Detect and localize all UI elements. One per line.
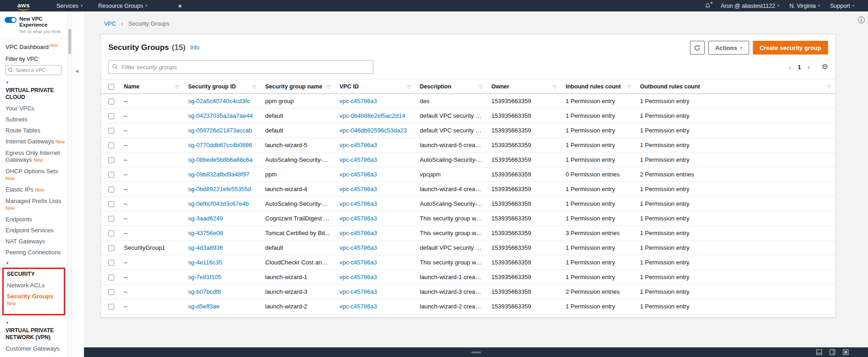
next-page-icon[interactable]: › bbox=[807, 63, 810, 71]
table-row[interactable]: – sg-b07bcdf8 launch-wizard-3 vpc-c45786… bbox=[101, 285, 835, 299]
sidebar-collapse-icon[interactable]: ◀ bbox=[75, 69, 78, 73]
filter-icon[interactable]: ▽ bbox=[827, 84, 831, 89]
sidebar-item[interactable]: Endpoint Services bbox=[6, 227, 66, 234]
row-checkbox[interactable] bbox=[108, 113, 114, 119]
security-group-id-link[interactable]: sg-09b832afbd9a48f97 bbox=[188, 171, 250, 178]
vpc-id-link[interactable]: vpc-c45786a3 bbox=[339, 156, 377, 163]
filter-icon[interactable]: ▽ bbox=[627, 84, 631, 89]
settings-gear-icon[interactable]: ⚙ bbox=[822, 63, 828, 71]
panel-settings-icon[interactable] bbox=[843, 349, 849, 355]
row-checkbox[interactable] bbox=[108, 128, 114, 134]
sidebar-item[interactable]: NAT Gateways bbox=[6, 238, 66, 245]
sidebar-item[interactable]: Peering Connections bbox=[6, 249, 66, 256]
services-menu[interactable]: Services ▾ bbox=[56, 3, 83, 9]
filter-icon[interactable]: ▽ bbox=[479, 84, 482, 89]
row-checkbox[interactable] bbox=[108, 187, 114, 192]
experience-toggle[interactable] bbox=[5, 17, 17, 23]
column-header[interactable]: VPC ID ▽ bbox=[335, 80, 415, 94]
vpc-id-link[interactable]: vpc-c45786a3 bbox=[339, 288, 377, 295]
account-menu[interactable]: Arun @ aliastest1122 ▾ bbox=[721, 3, 779, 9]
security-group-id-link[interactable]: sg-4d3a8936 bbox=[188, 244, 223, 251]
security-group-id-link[interactable]: sg-0770ddb67cc4b0886 bbox=[188, 142, 252, 148]
region-menu[interactable]: N. Virginia ▾ bbox=[790, 3, 820, 9]
table-row[interactable]: – sg-02a5c40740c4cd3fc ppm group vpc-c45… bbox=[101, 94, 835, 109]
security-group-id-link[interactable]: sg-04237035a2aa7ae44 bbox=[188, 112, 253, 119]
security-group-id-link[interactable]: sg-08bede5b8b6a88c6a bbox=[188, 156, 252, 163]
previous-page-icon[interactable]: ‹ bbox=[789, 63, 791, 71]
pin-icon[interactable]: ★ bbox=[178, 3, 183, 9]
section-collapse-icon[interactable]: ▼ bbox=[6, 321, 66, 325]
table-row[interactable]: – sg-0efbcf043d3c67e4b AutoScaling-Secur… bbox=[101, 197, 835, 211]
row-checkbox[interactable] bbox=[108, 143, 114, 148]
vpc-id-link[interactable]: vpc-c45786a3 bbox=[339, 142, 377, 148]
column-header[interactable]: Security group ID ▽ bbox=[184, 80, 261, 94]
column-header[interactable]: Name ▽ bbox=[119, 80, 184, 94]
page-number[interactable]: 1 bbox=[797, 64, 802, 71]
vpc-id-link[interactable]: vpc-c45786a3 bbox=[339, 259, 377, 266]
table-row[interactable]: – sg-4e116c35 CloudCheckr Cost and ... v… bbox=[101, 255, 835, 270]
sidebar-item[interactable]: Security Groups New bbox=[7, 293, 63, 307]
support-menu[interactable]: Support ▾ bbox=[830, 3, 854, 9]
vpc-id-link[interactable]: vpc-0b4b88e2ef5ac2d14 bbox=[339, 112, 405, 119]
column-header[interactable]: Security group name ▽ bbox=[261, 80, 335, 94]
security-group-id-link[interactable]: sg-43756e08 bbox=[188, 230, 223, 236]
table-row[interactable]: – sg-43756e08 Tomcat Certified by Bit...… bbox=[101, 226, 835, 241]
row-checkbox[interactable] bbox=[108, 304, 114, 310]
vpc-id-link[interactable]: vpc-c45786a3 bbox=[339, 230, 377, 236]
security-group-id-link[interactable]: sg-059726d21873accab bbox=[188, 127, 252, 134]
sidebar-item[interactable]: DHCP Options Sets New bbox=[6, 168, 66, 182]
column-header[interactable]: Description ▽ bbox=[415, 80, 487, 94]
info-panel-icon[interactable]: i bbox=[858, 16, 865, 23]
security-group-id-link[interactable]: sg-3aad6249 bbox=[188, 215, 223, 222]
table-row[interactable]: – sg-0770ddb67cc4b0886 launch-wizard-5 v… bbox=[101, 138, 835, 153]
sidebar-item[interactable]: Egress Only Internet Gateways New bbox=[6, 149, 66, 164]
breadcrumb-vpc-link[interactable]: VPC bbox=[104, 21, 116, 27]
table-row[interactable]: – sg-d5eff3ae launch-wizard-2 vpc-c45786… bbox=[101, 299, 835, 314]
column-header[interactable]: Outbound rules count ▽ bbox=[635, 80, 835, 94]
actions-button[interactable]: Actions ▾ bbox=[708, 41, 749, 55]
table-row[interactable]: SecurityGroup1 sg-4d3a8936 default vpc-c… bbox=[101, 241, 835, 255]
row-checkbox[interactable] bbox=[108, 289, 114, 295]
sidebar-item[interactable]: Endpoints bbox=[6, 216, 66, 223]
sidebar-item[interactable]: Internet Gateways New bbox=[6, 138, 66, 145]
column-header[interactable]: Inbound rules count ▽ bbox=[561, 80, 635, 94]
refresh-button[interactable] bbox=[690, 41, 705, 55]
row-checkbox[interactable] bbox=[108, 245, 114, 251]
security-group-id-link[interactable]: sg-b07bcdf8 bbox=[188, 288, 221, 295]
table-row[interactable]: – sg-09b832afbd9a48f97 ppm vpc-c45786a3 … bbox=[101, 167, 835, 182]
filter-icon[interactable]: ▽ bbox=[553, 84, 556, 89]
security-group-id-link[interactable]: sg-0efbcf043d3c67e4b bbox=[188, 200, 249, 207]
vpc-id-link[interactable]: vpc-c45786a3 bbox=[339, 200, 377, 207]
vpc-id-link[interactable]: vpc-c45786a3 bbox=[339, 274, 377, 280]
section-collapse-icon[interactable]: ▼ bbox=[6, 261, 66, 265]
sidebar-item[interactable]: Your VPCs bbox=[6, 105, 66, 112]
filter-icon[interactable]: ▽ bbox=[252, 84, 256, 89]
row-checkbox[interactable] bbox=[108, 216, 114, 222]
row-checkbox[interactable] bbox=[108, 260, 114, 266]
vpc-id-link[interactable]: vpc-c45786a3 bbox=[339, 215, 377, 222]
notifications-bell-icon[interactable] bbox=[705, 3, 711, 9]
sidebar-scrollbar[interactable] bbox=[67, 11, 72, 357]
vpc-filter-input[interactable] bbox=[6, 65, 61, 75]
sidebar-item[interactable]: Elastic IPs New bbox=[6, 186, 66, 193]
vpc-id-link[interactable]: vpc-046db92596c53da23 bbox=[339, 127, 407, 134]
sidebar-item[interactable]: Subnets bbox=[6, 116, 66, 123]
security-group-id-link[interactable]: sg-4e116c35 bbox=[188, 259, 222, 266]
table-row[interactable]: – sg-7e81f105 launch-wizard-1 vpc-c45786… bbox=[101, 270, 835, 285]
row-checkbox[interactable] bbox=[108, 275, 114, 280]
table-row[interactable]: – sg-0bd89221efe55355d launch-wizard-4 v… bbox=[101, 182, 835, 197]
sidebar-item[interactable]: Customer Gateways bbox=[6, 345, 66, 352]
section-collapse-icon[interactable]: ▼ bbox=[6, 81, 66, 85]
sidebar-item-vpc-dashboard[interactable]: VPC DashboardNew bbox=[0, 39, 67, 51]
filter-icon[interactable]: ▽ bbox=[327, 84, 330, 89]
vpc-id-link[interactable]: vpc-c45786a3 bbox=[339, 171, 377, 178]
select-all-checkbox[interactable] bbox=[108, 84, 114, 90]
sidebar-item[interactable]: Route Tables bbox=[6, 127, 66, 134]
security-group-id-link[interactable]: sg-7e81f105 bbox=[188, 274, 221, 280]
row-checkbox[interactable] bbox=[108, 201, 114, 207]
filter-icon[interactable]: ▽ bbox=[407, 84, 411, 89]
create-security-group-button[interactable]: Create security group bbox=[753, 41, 828, 55]
sidebar-item[interactable]: Managed Prefix Lists New bbox=[6, 198, 66, 212]
sidebar-item[interactable]: Network ACLs bbox=[7, 282, 63, 289]
split-panel-side-icon[interactable] bbox=[829, 349, 835, 355]
